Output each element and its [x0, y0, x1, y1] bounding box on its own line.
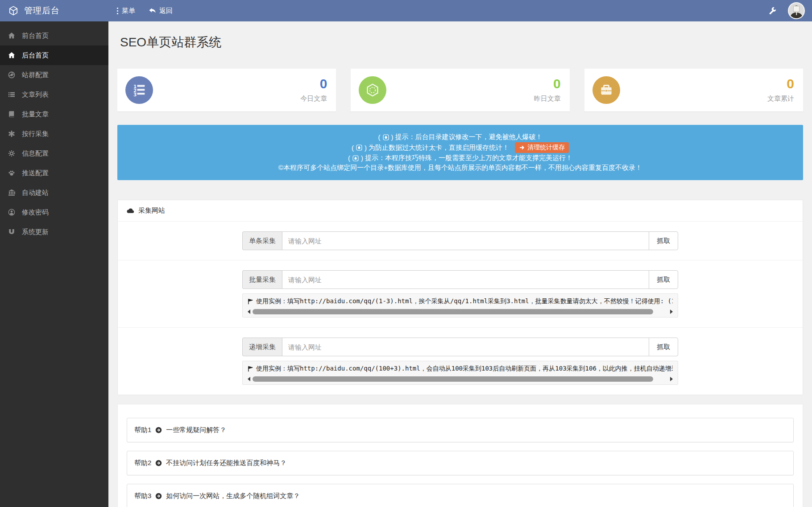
- home-icon: [8, 52, 15, 59]
- flag-icon: [248, 298, 253, 305]
- sidebar-item-sitegroup-config[interactable]: 站群配置: [0, 65, 108, 85]
- alert-line2-text: 为防止数据过大统计太卡，直接启用缓存统计！: [369, 144, 509, 152]
- scroll-thumb[interactable]: [253, 376, 653, 382]
- sidebar-item-batch-articles[interactable]: 批量文章: [0, 104, 108, 124]
- briefcase-icon: [592, 76, 620, 104]
- sidebar: 前台首页 后台首页 站群配置 文章列表 批量文章: [0, 21, 108, 507]
- arrow-circle-right-icon: [155, 493, 162, 499]
- batch-help-scrollbar[interactable]: [248, 309, 673, 314]
- menu-button[interactable]: 菜单: [116, 7, 135, 15]
- main-content: SEO单页站群系统 1 2 3 0 今日文章: [108, 21, 812, 507]
- single-collect-grab-button[interactable]: 抓取: [649, 231, 678, 250]
- flag-icon: [248, 366, 253, 372]
- page-title: SEO单页站群系统: [120, 34, 800, 51]
- brand-title: 管理后台: [24, 5, 60, 16]
- flame-tip-icon: [356, 144, 362, 151]
- batch-help-text: 使用实例：填写http://baidu.com/qq/(1-3).html，挨个…: [256, 297, 673, 305]
- paw-icon: [8, 169, 15, 177]
- flame-tip-icon: [352, 155, 359, 161]
- user-avatar[interactable]: [788, 2, 805, 19]
- scroll-right-arrow-icon[interactable]: [670, 309, 673, 314]
- help-panel-3[interactable]: 帮助3 如何访问一次网站，生成多个随机组词文章？: [127, 484, 794, 507]
- stat-card-total: 0 文章累计: [584, 69, 803, 111]
- magnet-icon: [8, 228, 15, 235]
- brand[interactable]: 管理后台: [0, 0, 108, 21]
- tips-alert: ( ) 提示：后台目录建议修改一下，避免被他人爆破！ ( ) 为防止数据过大统计…: [117, 125, 803, 180]
- page-layout: 前台首页 后台首页 站群配置 文章列表 批量文章: [0, 21, 812, 507]
- sidebar-item-article-list[interactable]: 文章列表: [0, 85, 108, 104]
- help3-text: 如何访问一次网站，生成多个随机组词文章？: [166, 492, 300, 500]
- help2-prefix: 帮助2: [134, 459, 151, 467]
- back-button[interactable]: 返回: [149, 7, 173, 15]
- panel-title: 采集网站: [138, 206, 165, 215]
- home-icon: [8, 32, 15, 39]
- list-icon: [8, 91, 15, 98]
- sidebar-item-front-home[interactable]: 前台首页: [0, 26, 108, 45]
- chrome-icon: [8, 71, 15, 78]
- stat-cards: 1 2 3 0 今日文章: [117, 69, 803, 111]
- increment-collect-grab-button[interactable]: 抓取: [649, 338, 678, 356]
- alert-line4-text: ©本程序可多个站点绑定同一个目录+数据库使用，且每个站点所展示的单页内容都不一样…: [278, 164, 642, 172]
- alert-line3-text: 提示：本程序技巧特殊，一般需要至少上万的文章才能支撑完美运行！: [365, 154, 572, 162]
- flame-tip-icon: [383, 134, 389, 140]
- scroll-right-arrow-icon[interactable]: [670, 377, 673, 381]
- sidebar-item-change-password[interactable]: 修改密码: [0, 202, 108, 222]
- stat-card-today: 1 2 3 0 今日文章: [117, 69, 336, 111]
- help1-prefix: 帮助1: [134, 426, 151, 434]
- increment-help-text: 使用实例：填写http://baidu.com/qq/(100+3).html，…: [256, 365, 673, 373]
- asterisk-icon: [8, 130, 15, 137]
- arrow-circle-right-icon: [155, 427, 162, 433]
- scroll-left-arrow-icon[interactable]: [248, 309, 250, 314]
- cloud-icon: [127, 208, 134, 214]
- avatar-image: [789, 3, 804, 18]
- scroll-left-arrow-icon[interactable]: [248, 377, 250, 381]
- increment-collect-input[interactable]: [282, 338, 649, 356]
- arrow-circle-right-icon: [155, 460, 162, 466]
- single-collect-input[interactable]: [282, 231, 649, 250]
- svg-text:3: 3: [133, 92, 137, 97]
- single-collect-label: 单条采集: [242, 231, 282, 250]
- wrench-icon[interactable]: [769, 7, 776, 15]
- help2-text: 不挂访问计划任务还能推送百度和神马？: [166, 459, 286, 467]
- navbar-right: [769, 0, 812, 21]
- stat-card-yesterday: 0 昨日文章: [351, 69, 569, 111]
- increment-collect-label: 递增采集: [242, 338, 282, 356]
- help3-prefix: 帮助3: [134, 492, 151, 500]
- scroll-thumb[interactable]: [253, 309, 653, 314]
- sidebar-item-line-collect[interactable]: 按行采集: [0, 124, 108, 144]
- bank-icon: [8, 189, 15, 196]
- stat-label-yesterday: 昨日文章: [534, 95, 561, 103]
- sidebar-item-system-update[interactable]: 系统更新: [0, 222, 108, 242]
- stat-label-total: 文章累计: [767, 95, 794, 103]
- user-circle-icon: [8, 209, 15, 216]
- help-panel-1[interactable]: 帮助1 一些常规疑问解答？: [127, 418, 794, 442]
- batch-collect-row: 批量采集 抓取 使用实例：填写http://baidu.com/qq/(1-3)…: [118, 260, 803, 327]
- batch-collect-input[interactable]: [282, 270, 649, 289]
- gear-icon: [8, 150, 15, 157]
- batch-collect-label: 批量采集: [242, 270, 282, 289]
- collect-site-panel: 采集网站 单条采集 抓取 批量采集 抓取: [117, 200, 803, 395]
- stat-label-today: 今日文章: [300, 95, 327, 103]
- help-panel-2[interactable]: 帮助2 不挂访问计划任务还能推送百度和神马？: [127, 451, 794, 475]
- reply-arrow-icon: [149, 8, 156, 14]
- alert-line1-text: 提示：后台目录建议修改一下，避免被他人爆破！: [395, 133, 543, 141]
- sidebar-item-info-config[interactable]: 信息配置: [0, 144, 108, 163]
- stat-value-today: 0: [300, 77, 327, 91]
- sidebar-item-auto-build[interactable]: 自动建站: [0, 183, 108, 202]
- stat-value-yesterday: 0: [534, 77, 561, 91]
- clear-stats-cache-button[interactable]: 清理统计缓存: [515, 142, 569, 153]
- increment-help-scrollbar[interactable]: [248, 376, 673, 382]
- stat-value-total: 0: [767, 77, 794, 91]
- increment-collect-help: 使用实例：填写http://baidu.com/qq/(100+3).html，…: [242, 361, 678, 385]
- sidebar-item-admin-home[interactable]: 后台首页: [0, 45, 108, 65]
- navbar-left: 菜单 返回: [108, 0, 173, 21]
- help1-text: 一些常规疑问解答？: [166, 426, 226, 434]
- batch-collect-help: 使用实例：填写http://baidu.com/qq/(1-3).html，挨个…: [242, 293, 678, 317]
- increment-collect-row: 递增采集 抓取 使用实例：填写http://baidu.com/qq/(100+…: [118, 327, 803, 395]
- top-navbar: 管理后台 菜单 返回: [0, 0, 812, 21]
- sidebar-item-push-config[interactable]: 推送配置: [0, 163, 108, 183]
- cube-icon: [8, 6, 18, 16]
- single-collect-row: 单条采集 抓取: [118, 222, 803, 260]
- batch-collect-grab-button[interactable]: 抓取: [649, 270, 678, 289]
- arrow-right-icon: [519, 145, 525, 150]
